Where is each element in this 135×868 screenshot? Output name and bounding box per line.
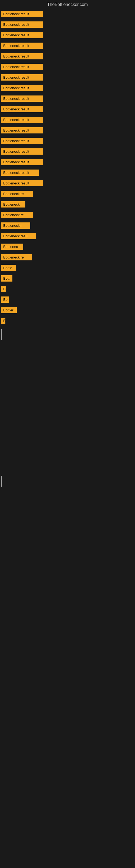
bottleneck-result-bar: Bottleneck result [1,74,43,81]
bottleneck-result-bar: Bottleneck r [1,222,30,229]
bar-row: Bottleneck [1,199,135,210]
bottleneck-result-bar: Bottlenec [1,244,23,250]
bar-row: Bottleneck result [1,157,135,168]
bottleneck-result-bar: Bottleneck result [1,159,43,165]
cursor-indicator-2 [1,476,2,487]
site-title: TheBottlenecker.com [0,0,135,9]
bar-row: Bottlenec [1,242,135,252]
bottleneck-result-bar: Bottleneck result [1,22,43,28]
bottleneck-result-bar: Bottleneck result [1,85,43,91]
bar-row: Bottleneck result [1,83,135,94]
spacer [1,392,135,408]
bar-row: Bottleneck result [1,147,135,157]
bar-row: Bottler [1,305,135,316]
bar-row: Bottleneck result [1,73,135,83]
bar-row: Bottleneck re [1,189,135,199]
bottleneck-result-bar: Bottleneck re [1,254,32,260]
bar-row: Bottleneck result [1,52,135,62]
bottleneck-result-bar: Bott [1,275,12,282]
bar-row: Bottleneck result [1,179,135,189]
bar-row: Bottleneck result [1,41,135,52]
bottleneck-result-bar: Bottleneck re [1,212,33,218]
bar-row: B [1,316,135,327]
page-wrapper: TheBottlenecker.com Bottleneck resultBot… [0,0,135,487]
bottleneck-result-bar: Bottleneck result [1,32,43,38]
spacer [1,457,135,473]
bar-row: Bottleneck re [1,252,135,263]
bottleneck-result-bar: Bottleneck result [1,148,43,155]
bottleneck-result-bar: Bottleneck result [1,180,43,186]
bottleneck-result-bar: Bottleneck result [1,95,43,102]
bar-row: Bottleneck result [1,30,135,41]
bar-row: Bott [1,274,135,284]
bottleneck-result-bar: Bo [1,297,9,303]
spacer [1,375,135,392]
bottleneck-result-bar: B [1,286,6,292]
spacer [1,359,135,375]
bottleneck-result-bar: Bottleneck result [1,106,43,112]
bottleneck-result-bar: Bottleneck result [1,53,43,59]
bar-row: Bo [1,295,135,305]
bar-row: Bottleneck result [1,62,135,73]
bottleneck-result-bar: Bottleneck re [1,191,33,197]
bar-row: Bottleneck result [1,136,135,147]
bar-row: Bottleneck result [1,9,135,20]
bottleneck-result-bar: Bottleneck result [1,64,43,70]
bottleneck-result-bar: Bottleneck resu [1,233,36,239]
bar-row: Bottle [1,263,135,274]
bottleneck-result-bar: Bottleneck result [1,127,43,133]
bottleneck-result-bar: Bottleneck result [1,169,39,176]
bottleneck-result-bar: B [1,318,5,324]
bar-row: Bottleneck result [1,104,135,115]
bottleneck-result-bar: Bottle [1,265,16,271]
bar-row: B [1,284,135,295]
bar-row: Bottleneck resu [1,231,135,242]
bar-row: Bottleneck result [1,20,135,30]
bottleneck-result-bar: Bottleneck result [1,117,43,123]
bottleneck-result-bar: Bottleneck result [1,42,43,49]
spacer [1,408,135,424]
bottleneck-result-bar: Bottler [1,307,17,313]
bar-row: Bottleneck result [1,94,135,104]
cursor-indicator [1,329,2,340]
bar-row: Bottleneck r [1,221,135,231]
bottleneck-result-bar: Bottleneck [1,201,26,208]
bar-row: Bottleneck result [1,126,135,136]
spacer [1,343,135,359]
bottleneck-result-bar: Bottleneck result [1,11,43,17]
bottleneck-result-bar: Bottleneck result [1,138,43,144]
spacer [1,440,135,457]
chart-area: Bottleneck resultBottleneck resultBottle… [0,9,135,487]
bar-row: Bottleneck re [1,210,135,221]
bar-row: Bottleneck result [1,168,135,179]
bar-row: Bottleneck result [1,115,135,126]
spacer [1,424,135,440]
